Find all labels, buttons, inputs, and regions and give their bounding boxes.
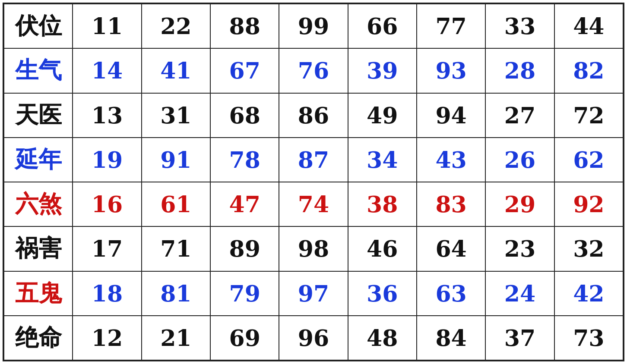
table-cell: 79 bbox=[210, 271, 279, 316]
table-cell: 61 bbox=[142, 182, 210, 226]
table-cell: 76 bbox=[279, 48, 348, 93]
table-cell: 78 bbox=[210, 138, 279, 182]
table-cell: 71 bbox=[142, 226, 210, 271]
data-table: 伏位1122889966773344生气1441677639932882天医13… bbox=[3, 3, 624, 361]
table-cell: 66 bbox=[348, 4, 417, 48]
row-label: 六煞 bbox=[4, 182, 73, 226]
table-cell: 47 bbox=[210, 182, 279, 226]
table-cell: 19 bbox=[73, 138, 141, 182]
table-cell: 93 bbox=[417, 48, 485, 93]
table-row: 延年1991788734432662 bbox=[4, 138, 623, 182]
table-cell: 68 bbox=[210, 93, 279, 138]
table-cell: 97 bbox=[279, 271, 348, 316]
table-cell: 82 bbox=[554, 48, 623, 93]
table-row: 生气1441677639932882 bbox=[4, 48, 623, 93]
table-row: 五鬼1881799736632442 bbox=[4, 271, 623, 316]
table-row: 伏位1122889966773344 bbox=[4, 4, 623, 48]
table-cell: 36 bbox=[348, 271, 417, 316]
table-cell: 38 bbox=[348, 182, 417, 226]
table-row: 绝命1221699648843773 bbox=[4, 316, 623, 360]
table-cell: 44 bbox=[554, 4, 623, 48]
table-cell: 77 bbox=[417, 4, 485, 48]
table-cell: 98 bbox=[279, 226, 348, 271]
table-cell: 46 bbox=[348, 226, 417, 271]
table-cell: 69 bbox=[210, 316, 279, 360]
table-cell: 96 bbox=[279, 316, 348, 360]
table-cell: 84 bbox=[417, 316, 485, 360]
table-cell: 28 bbox=[485, 48, 554, 93]
table-cell: 13 bbox=[73, 93, 141, 138]
table-cell: 21 bbox=[142, 316, 210, 360]
table-cell: 88 bbox=[210, 4, 279, 48]
row-label: 延年 bbox=[4, 138, 73, 182]
table-cell: 24 bbox=[485, 271, 554, 316]
row-label: 五鬼 bbox=[4, 271, 73, 316]
row-label: 绝命 bbox=[4, 316, 73, 360]
table-cell: 16 bbox=[73, 182, 141, 226]
table-cell: 99 bbox=[279, 4, 348, 48]
main-table-wrapper: 伏位1122889966773344生气1441677639932882天医13… bbox=[3, 3, 624, 361]
table-row: 六煞1661477438832992 bbox=[4, 182, 623, 226]
table-cell: 63 bbox=[417, 271, 485, 316]
table-cell: 26 bbox=[485, 138, 554, 182]
row-label: 天医 bbox=[4, 93, 73, 138]
table-cell: 33 bbox=[485, 4, 554, 48]
table-cell: 91 bbox=[142, 138, 210, 182]
table-cell: 17 bbox=[73, 226, 141, 271]
table-cell: 67 bbox=[210, 48, 279, 93]
table-cell: 92 bbox=[554, 182, 623, 226]
table-cell: 89 bbox=[210, 226, 279, 271]
row-label: 生气 bbox=[4, 48, 73, 93]
table-cell: 43 bbox=[417, 138, 485, 182]
table-cell: 27 bbox=[485, 93, 554, 138]
table-cell: 12 bbox=[73, 316, 141, 360]
table-cell: 31 bbox=[142, 93, 210, 138]
table-row: 天医1331688649942772 bbox=[4, 93, 623, 138]
table-cell: 74 bbox=[279, 182, 348, 226]
table-cell: 23 bbox=[485, 226, 554, 271]
table-cell: 86 bbox=[279, 93, 348, 138]
table-cell: 22 bbox=[142, 4, 210, 48]
table-cell: 72 bbox=[554, 93, 623, 138]
table-cell: 32 bbox=[554, 226, 623, 271]
table-cell: 39 bbox=[348, 48, 417, 93]
table-cell: 11 bbox=[73, 4, 141, 48]
table-cell: 34 bbox=[348, 138, 417, 182]
table-cell: 48 bbox=[348, 316, 417, 360]
table-cell: 37 bbox=[485, 316, 554, 360]
table-cell: 87 bbox=[279, 138, 348, 182]
table-cell: 14 bbox=[73, 48, 141, 93]
table-row: 祸害1771899846642332 bbox=[4, 226, 623, 271]
table-cell: 42 bbox=[554, 271, 623, 316]
table-cell: 62 bbox=[554, 138, 623, 182]
table-cell: 81 bbox=[142, 271, 210, 316]
table-cell: 94 bbox=[417, 93, 485, 138]
table-cell: 41 bbox=[142, 48, 210, 93]
table-cell: 73 bbox=[554, 316, 623, 360]
table-cell: 49 bbox=[348, 93, 417, 138]
row-label: 伏位 bbox=[4, 4, 73, 48]
table-cell: 29 bbox=[485, 182, 554, 226]
table-cell: 83 bbox=[417, 182, 485, 226]
table-cell: 64 bbox=[417, 226, 485, 271]
table-cell: 18 bbox=[73, 271, 141, 316]
row-label: 祸害 bbox=[4, 226, 73, 271]
